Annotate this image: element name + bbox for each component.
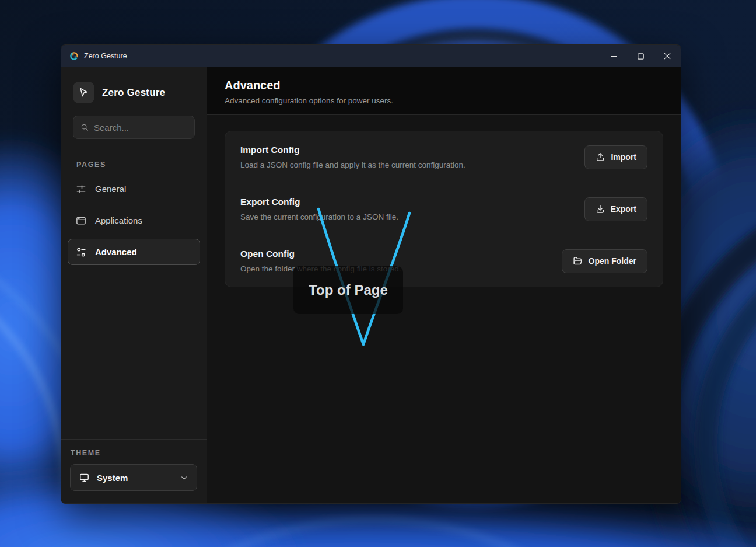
theme-select[interactable]: System [70,464,197,491]
sidebar-nav: General Applications [61,176,206,265]
app-name: Zero Gesture [102,87,165,99]
import-button[interactable]: Import [584,145,648,169]
search-icon [80,123,89,132]
app-window-icon [76,215,86,226]
sidebar-item-label: General [95,184,126,194]
brand-logo [73,82,94,103]
search-input[interactable] [94,123,187,133]
setting-title: Export Config [240,197,398,207]
close-icon [664,53,671,60]
main-panel: Advanced Advanced configuration options … [206,67,681,503]
page-content: Import Config Load a JSON config file an… [206,115,681,503]
upload-icon [596,152,605,162]
setting-title: Open Config [240,249,401,259]
setting-row-export-config: Export Config Save the current configura… [225,183,663,235]
maximize-icon [638,53,644,60]
chevron-down-icon [180,474,188,482]
folder-open-icon [573,256,583,266]
sidebar-item-advanced[interactable]: Advanced [68,239,200,265]
search-box[interactable] [73,116,195,139]
monitor-icon [79,473,89,483]
open-folder-button-label: Open Folder [589,256,636,266]
download-icon [596,204,605,214]
sidebar-item-label: Applications [95,215,142,225]
sidebar-divider-top [61,151,206,151]
app-logo-icon [69,51,79,61]
theme-value: System [97,473,173,483]
sliders-icon [76,184,86,194]
settings-card: Import Config Load a JSON config file an… [225,131,663,287]
brand: Zero Gesture [73,82,195,103]
page-header: Advanced Advanced configuration options … [206,67,681,115]
theme-section: THEME System [61,439,206,503]
maximize-button[interactable] [627,45,654,67]
sidebar-item-label: Advanced [95,247,137,257]
page-subtitle: Advanced configuration options for power… [225,96,663,105]
close-button[interactable] [654,45,681,67]
mouse-pointer-icon [78,87,89,98]
import-button-label: Import [611,152,636,162]
setting-title: Import Config [240,145,466,155]
setting-row-import-config: Import Config Load a JSON config file an… [225,131,663,183]
setting-description: Load a JSON config file and apply it as … [240,161,466,169]
export-button[interactable]: Export [584,197,648,221]
sidebar-divider-bottom [61,439,206,440]
window-title: Zero Gesture [84,52,127,60]
titlebar: Zero Gesture [61,45,681,67]
minimize-icon [611,53,617,60]
setting-description: Save the current configuration to a JSON… [240,212,398,221]
setting-description: Open the folder where the config file is… [240,264,401,273]
page-title: Advanced [225,79,663,92]
export-button-label: Export [611,204,636,214]
minimize-button[interactable] [600,45,627,67]
app-window: Zero Gesture [61,44,681,504]
sidebar: Zero Gesture PAGES [61,67,206,503]
theme-section-label: THEME [71,449,206,457]
open-folder-button[interactable]: Open Folder [562,249,648,273]
sidebar-item-general[interactable]: General [68,176,200,202]
setting-row-open-config: Open Config Open the folder where the co… [225,235,663,287]
pages-section-label: PAGES [76,161,206,169]
settings-icon [76,247,86,257]
sidebar-item-applications[interactable]: Applications [68,207,200,234]
